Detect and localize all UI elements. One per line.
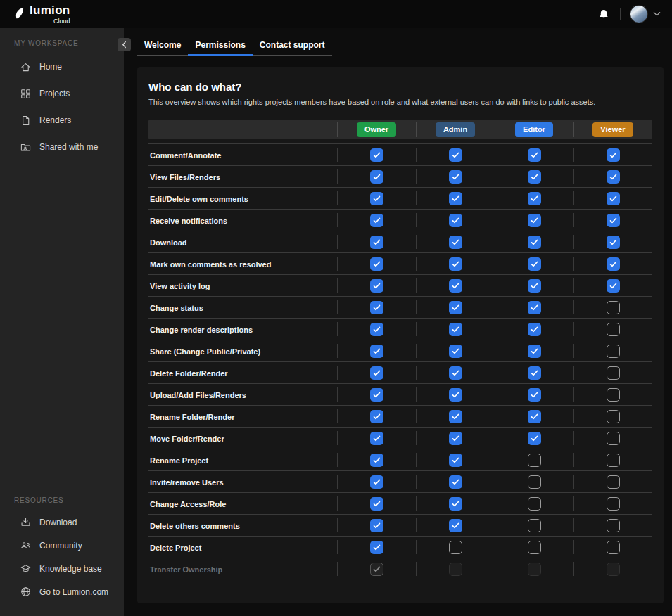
checkbox-change-render-descriptions-owner[interactable] [370, 323, 383, 336]
checkbox-mark-own-comments-as-resolved-editor[interactable] [528, 257, 541, 271]
row-label: Invite/remove Users [148, 478, 224, 487]
row-label: Move Folder/Render [148, 435, 224, 443]
sidebar-item-community[interactable]: Community [0, 534, 124, 557]
checkbox-view-files-renders-admin[interactable] [449, 170, 462, 184]
checkbox-edit-delete-own-comments-viewer[interactable] [607, 192, 620, 205]
checkbox-edit-delete-own-comments-editor[interactable] [528, 192, 541, 205]
checkbox-download-editor[interactable] [528, 236, 541, 249]
checkbox-delete-folder-render-owner[interactable] [370, 366, 383, 380]
checkbox-mark-own-comments-as-resolved-admin[interactable] [449, 257, 462, 271]
checkbox-invite-remove-users-viewer[interactable] [607, 475, 620, 489]
checkbox-delete-project-viewer[interactable] [607, 541, 620, 554]
sidebar-item-renders[interactable]: Renders [0, 107, 124, 134]
checkbox-delete-folder-render-admin[interactable] [449, 366, 462, 380]
checkbox-receive-notifications-editor[interactable] [528, 214, 541, 227]
checkbox-change-access-role-owner[interactable] [370, 497, 383, 511]
checkbox-rename-project-admin[interactable] [449, 454, 462, 467]
checkbox-change-status-viewer[interactable] [607, 301, 620, 314]
checkbox-rename-folder-render-viewer[interactable] [607, 410, 620, 423]
checkbox-share-change-public-private-owner[interactable] [370, 345, 383, 358]
checkbox-receive-notifications-admin[interactable] [449, 214, 462, 227]
checkbox-mark-own-comments-as-resolved-viewer[interactable] [607, 257, 620, 271]
checkbox-download-admin[interactable] [449, 236, 462, 249]
checkbox-upload-add-files-renders-owner[interactable] [370, 388, 383, 402]
checkbox-invite-remove-users-admin[interactable] [449, 475, 462, 489]
checkbox-change-status-editor[interactable] [528, 301, 541, 314]
checkbox-share-change-public-private-editor[interactable] [528, 345, 541, 358]
sidebar-item-download[interactable]: Download [0, 511, 124, 534]
tab-permissions[interactable]: Permissions [188, 37, 252, 55]
checkbox-share-change-public-private-admin[interactable] [449, 345, 462, 358]
globe-icon [20, 586, 32, 598]
account-menu-button[interactable] [630, 5, 661, 23]
checkbox-rename-project-viewer[interactable] [607, 454, 620, 467]
checkbox-change-access-role-admin[interactable] [449, 497, 462, 511]
checkbox-view-activity-log-owner[interactable] [370, 279, 383, 293]
checkbox-delete-others-comments-admin[interactable] [449, 519, 462, 532]
cell-delete-folder-render-viewer [573, 362, 652, 383]
checkbox-receive-notifications-owner[interactable] [370, 214, 383, 227]
checkbox-view-activity-log-admin[interactable] [449, 279, 462, 293]
checkbox-comment-annotate-owner[interactable] [370, 148, 383, 162]
sidebar-item-go-to-lumion-com[interactable]: Go to Lumion.com [0, 580, 124, 603]
sidebar-item-label: Community [39, 541, 82, 551]
checkbox-download-viewer[interactable] [607, 236, 620, 249]
checkbox-change-status-owner[interactable] [370, 301, 383, 314]
tab-contact-support[interactable]: Contact support [253, 37, 332, 55]
checkbox-view-activity-log-viewer[interactable] [607, 279, 620, 293]
checkbox-rename-folder-render-editor[interactable] [528, 410, 541, 423]
checkbox-upload-add-files-renders-admin[interactable] [449, 388, 462, 402]
checkbox-change-access-role-viewer[interactable] [607, 497, 620, 511]
row-label-cell: Change Access/Role [148, 497, 337, 510]
row-label: Comment/Annotate [148, 151, 221, 160]
sidebar-collapse-button[interactable] [118, 38, 131, 51]
sidebar-item-projects[interactable]: Projects [0, 80, 124, 107]
checkbox-mark-own-comments-as-resolved-owner[interactable] [370, 257, 383, 271]
checkbox-view-files-renders-owner[interactable] [370, 170, 383, 184]
checkbox-rename-project-editor[interactable] [528, 454, 541, 467]
checkbox-change-render-descriptions-editor[interactable] [528, 323, 541, 336]
checkbox-delete-folder-render-viewer[interactable] [607, 366, 620, 380]
checkbox-receive-notifications-viewer[interactable] [607, 214, 620, 227]
checkbox-view-files-renders-viewer[interactable] [607, 170, 620, 184]
checkbox-comment-annotate-viewer[interactable] [607, 148, 620, 162]
checkbox-delete-folder-render-editor[interactable] [528, 366, 541, 380]
checkbox-edit-delete-own-comments-owner[interactable] [370, 192, 383, 205]
checkbox-view-files-renders-editor[interactable] [528, 170, 541, 184]
checkbox-move-folder-render-viewer[interactable] [607, 432, 620, 445]
notifications-button[interactable] [597, 7, 611, 22]
checkbox-upload-add-files-renders-editor[interactable] [528, 388, 541, 402]
checkbox-upload-add-files-renders-viewer[interactable] [607, 388, 620, 402]
checkbox-move-folder-render-owner[interactable] [370, 432, 383, 445]
sidebar-item-knowledge-base[interactable]: Knowledge base [0, 557, 124, 580]
tab-welcome[interactable]: Welcome [137, 37, 188, 55]
checkbox-rename-folder-render-owner[interactable] [370, 410, 383, 423]
checkbox-comment-annotate-editor[interactable] [528, 148, 541, 162]
checkbox-view-activity-log-editor[interactable] [528, 279, 541, 293]
role-badge-editor: Editor [515, 122, 553, 137]
checkbox-move-folder-render-editor[interactable] [528, 432, 541, 445]
sidebar-item-shared-with-me[interactable]: Shared with me [0, 134, 124, 160]
checkbox-invite-remove-users-owner[interactable] [370, 475, 383, 489]
checkbox-delete-project-owner[interactable] [370, 541, 383, 554]
checkbox-rename-project-owner[interactable] [370, 454, 383, 467]
checkbox-delete-others-comments-editor[interactable] [528, 519, 541, 532]
checkbox-share-change-public-private-viewer[interactable] [607, 345, 620, 358]
table-row-edit-delete-own-comments: Edit/Delete own comments [148, 187, 652, 209]
checkbox-change-render-descriptions-viewer[interactable] [607, 323, 620, 336]
checkbox-invite-remove-users-editor[interactable] [528, 475, 541, 489]
checkbox-change-status-admin[interactable] [449, 301, 462, 314]
row-label-cell: Delete others comments [148, 519, 337, 532]
checkbox-rename-folder-render-admin[interactable] [449, 410, 462, 423]
checkbox-delete-project-editor[interactable] [528, 541, 541, 554]
checkbox-delete-others-comments-owner[interactable] [370, 519, 383, 532]
checkbox-move-folder-render-admin[interactable] [449, 432, 462, 445]
checkbox-delete-others-comments-viewer[interactable] [607, 519, 620, 532]
checkbox-change-render-descriptions-admin[interactable] [449, 323, 462, 336]
checkbox-edit-delete-own-comments-admin[interactable] [449, 192, 462, 205]
checkbox-change-access-role-editor[interactable] [528, 497, 541, 511]
sidebar-item-home[interactable]: Home [0, 53, 124, 80]
checkbox-comment-annotate-admin[interactable] [449, 148, 462, 162]
checkbox-delete-project-admin[interactable] [449, 541, 462, 554]
checkbox-download-owner[interactable] [370, 236, 383, 249]
